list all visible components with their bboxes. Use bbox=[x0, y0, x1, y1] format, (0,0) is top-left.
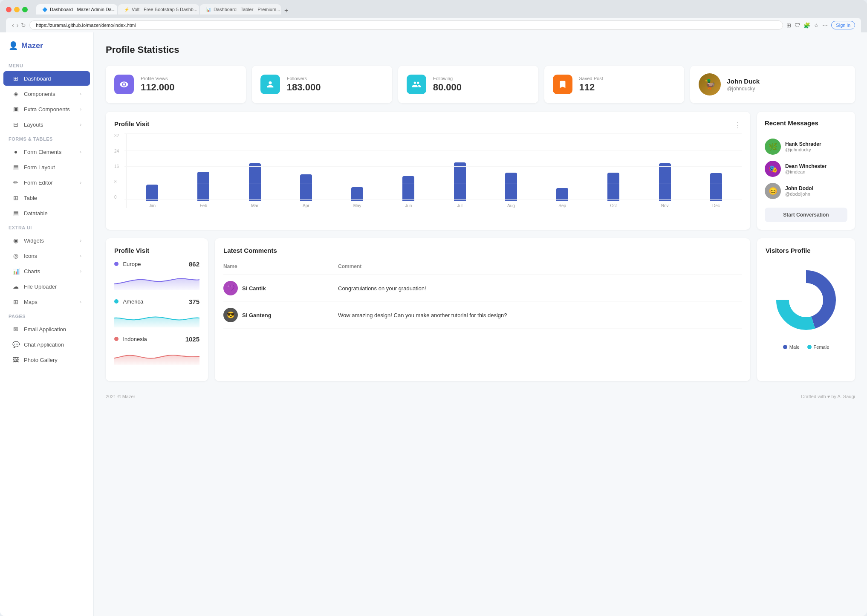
sidebar-item-file-uploader[interactable]: ☁ File Uploader bbox=[3, 279, 90, 294]
maximize-button[interactable] bbox=[22, 7, 28, 12]
msg-info-1: Hank Schrader @johnducky bbox=[785, 141, 821, 152]
browser-toolbar: ⊞ 🛡 🧩 ☆ ⋯ Sign in bbox=[786, 21, 855, 29]
datatable-icon: ▤ bbox=[12, 210, 20, 217]
sidebar-item-email[interactable]: ✉ Email Application bbox=[3, 322, 90, 336]
chart-menu-icon[interactable]: ⋮ bbox=[734, 120, 742, 130]
sidebar-item-form-editor[interactable]: ✏ Form Editor › bbox=[3, 175, 90, 190]
forms-label: Forms & Tables bbox=[0, 132, 93, 144]
sidebar-item-layouts[interactable]: ⊟ Layouts › bbox=[3, 117, 90, 132]
chevron-icon: › bbox=[80, 92, 81, 96]
sidebar-item-dashboard[interactable]: ⊞ Dashboard bbox=[3, 71, 90, 86]
tab-2[interactable]: ⚡ Volt - Free Bootstrap 5 Dashb... ✕ bbox=[118, 4, 199, 14]
icons-icon: ◎ bbox=[12, 252, 20, 259]
profile-card: 🦆 John Duck @johnducky bbox=[690, 66, 855, 103]
extension-icon[interactable]: 🧩 bbox=[803, 22, 810, 29]
followers-icon bbox=[260, 75, 280, 94]
minimize-button[interactable] bbox=[14, 7, 20, 12]
msg-avatar-1: 🌿 bbox=[765, 139, 781, 155]
components-icon: ◈ bbox=[12, 90, 20, 97]
donut-legend: Male Female bbox=[783, 344, 829, 350]
maps-icon: ⊞ bbox=[12, 298, 20, 305]
browser-chrome: 🔷 Dashboard - Mazer Admin Da... ✕ ⚡ Volt… bbox=[0, 0, 867, 32]
table-icon: ⊞ bbox=[12, 194, 20, 201]
sidebar-item-chat[interactable]: 💬 Chat Application bbox=[3, 337, 90, 352]
chevron-icon: › bbox=[80, 238, 81, 243]
sidebar-item-table[interactable]: ⊞ Table bbox=[3, 191, 90, 205]
page-title: Profile Statistics bbox=[106, 44, 855, 55]
indonesia-chart bbox=[114, 346, 199, 365]
grid-icon[interactable]: ⊞ bbox=[786, 22, 791, 29]
bar-apr: Apr bbox=[280, 174, 332, 208]
stat-info-following: Following 80.000 bbox=[433, 76, 462, 93]
form-layout-icon: ▤ bbox=[12, 164, 20, 171]
bookmark-icon[interactable]: ☆ bbox=[814, 22, 819, 29]
shield-icon[interactable]: 🛡 bbox=[795, 22, 800, 29]
extra-label: Extra UI bbox=[0, 221, 93, 233]
address-bar: ‹ › ↻ https://zuramai.github.io/mazer/de… bbox=[6, 18, 861, 32]
following-icon bbox=[407, 75, 426, 94]
sidebar-item-icons[interactable]: ◎ Icons › bbox=[3, 249, 90, 263]
start-conversation-button[interactable]: Start Conversation bbox=[765, 208, 847, 222]
brand: 👤 Mazer bbox=[0, 41, 93, 59]
bar-jun: Jun bbox=[383, 176, 434, 208]
email-icon: ✉ bbox=[12, 326, 20, 333]
bar-chart: Jan Feb Mar Apr May Jun Jul Aug Sep Oct … bbox=[126, 133, 742, 208]
messages-panel: Recent Messages 🌿 Hank Schrader @johnduc… bbox=[757, 112, 855, 230]
visitors-panel: Visitors Profile 30.0% 70.0% bbox=[757, 238, 855, 381]
message-item-1: 🌿 Hank Schrader @johnducky bbox=[765, 139, 847, 155]
msg-avatar-2: 🎭 bbox=[765, 161, 781, 177]
sidebar-item-form-layout[interactable]: ▤ Form Layout bbox=[3, 160, 90, 174]
form-editor-icon: ✏ bbox=[12, 179, 20, 186]
content-footer: 2021 © Mazer Crafted with ♥ by A. Saugi bbox=[106, 390, 855, 399]
bar-aug: Aug bbox=[486, 173, 537, 208]
sidebar-item-components[interactable]: ◈ Components › bbox=[3, 87, 90, 101]
stat-card-profile-views: Profile Views 112.000 bbox=[106, 66, 246, 103]
stat-card-followers: Followers 183.000 bbox=[252, 66, 392, 103]
chevron-icon: › bbox=[80, 122, 81, 127]
bar-chart-container: 32 24 16 8 0 bbox=[114, 133, 742, 208]
sidebar-item-form-elements[interactable]: ● Form Elements › bbox=[3, 145, 90, 159]
y-axis: 32 24 16 8 0 bbox=[114, 133, 119, 200]
sign-in-button[interactable]: Sign in bbox=[831, 21, 855, 29]
sidebar-item-charts[interactable]: 📊 Charts › bbox=[3, 264, 90, 278]
chevron-icon: › bbox=[80, 300, 81, 304]
stat-card-following: Following 80.000 bbox=[398, 66, 538, 103]
url-input[interactable]: https://zuramai.github.io/mazer/demo/ind… bbox=[29, 20, 783, 30]
table-row: 😎 Si Ganteng Wow amazing design! Can you… bbox=[223, 302, 742, 329]
sidebar-item-maps[interactable]: ⊞ Maps › bbox=[3, 295, 90, 309]
comment-user-2: 😎 Si Ganteng bbox=[223, 308, 338, 322]
new-tab-button[interactable]: + bbox=[282, 7, 291, 14]
dashboard-icon: ⊞ bbox=[12, 75, 20, 82]
reload-button[interactable]: ↻ bbox=[21, 22, 26, 29]
menu-icon[interactable]: ⋯ bbox=[822, 22, 828, 29]
form-elements-icon: ● bbox=[12, 148, 20, 155]
bar-jul: Jul bbox=[434, 162, 486, 208]
america-dot bbox=[114, 299, 118, 304]
widgets-icon: ◉ bbox=[12, 237, 20, 244]
chevron-icon: › bbox=[80, 107, 81, 112]
europe-dot bbox=[114, 262, 118, 266]
charts-icon: 📊 bbox=[12, 268, 20, 275]
bottom-row: Profile Visit Europe 862 bbox=[106, 238, 855, 381]
sidebar-item-extra-components[interactable]: ▣ Extra Components › bbox=[3, 102, 90, 116]
tab-1[interactable]: 🔷 Dashboard - Mazer Admin Da... ✕ bbox=[36, 4, 117, 14]
message-item-3: 😊 John Dodol @dodoljohn bbox=[765, 183, 847, 199]
america-chart bbox=[114, 309, 199, 327]
profile-info: John Duck @johnducky bbox=[727, 78, 760, 92]
table-row: 💜 Si Cantik Congratulations on your grad… bbox=[223, 275, 742, 302]
middle-row: ⋮ Profile Visit 32 24 16 8 0 bbox=[106, 112, 855, 230]
forward-button[interactable]: › bbox=[17, 22, 19, 29]
sidebar-item-widgets[interactable]: ◉ Widgets › bbox=[3, 233, 90, 248]
bar-sep: Sep bbox=[537, 188, 588, 208]
sidebar-item-gallery[interactable]: 🖼 Photo Gallery bbox=[3, 353, 90, 367]
donut-chart: 30.0% 70.0% bbox=[772, 266, 840, 334]
bar-may: May bbox=[332, 187, 383, 208]
visit-indonesia: Indonesia 1025 bbox=[114, 335, 199, 365]
msg-info-2: Dean Winchester @imdean bbox=[785, 163, 827, 174]
back-button[interactable]: ‹ bbox=[12, 22, 14, 29]
profile-visit-small: Profile Visit Europe 862 bbox=[106, 238, 208, 381]
sidebar-item-datatable[interactable]: ▤ Datatable bbox=[3, 206, 90, 220]
chat-icon: 💬 bbox=[12, 341, 20, 348]
tab-3[interactable]: 📊 Dashboard - Tabler - Premium... ✕ bbox=[200, 4, 281, 14]
close-button[interactable] bbox=[6, 7, 12, 12]
